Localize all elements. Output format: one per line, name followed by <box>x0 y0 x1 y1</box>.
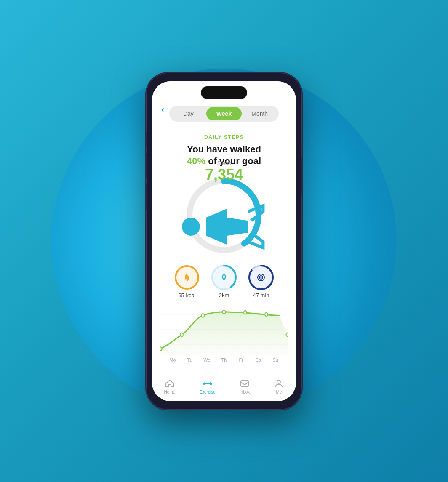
ring-steps-value: 7,354 <box>182 167 266 182</box>
svg-point-19 <box>265 312 268 316</box>
nav-me-label: Me <box>276 390 282 394</box>
tab-month[interactable]: Month <box>242 107 277 120</box>
tab-week[interactable]: Week <box>206 107 242 120</box>
time-icon-ring <box>249 265 273 290</box>
time-label: 47 min <box>253 292 269 298</box>
phone-screen: ‹ Day Week Month DAILY STEPS You have wa… <box>152 81 296 401</box>
svg-point-16 <box>201 314 204 317</box>
distance-icon-ring <box>212 265 236 290</box>
chart-day-we: We <box>200 357 213 362</box>
walk-icon <box>182 184 266 271</box>
ring-steps-label: Steps <box>182 160 266 166</box>
chart-day-su: Su <box>269 357 282 362</box>
nav-home[interactable]: Home <box>164 378 176 394</box>
inbox-icon <box>240 378 250 389</box>
daily-steps-label: DAILY STEPS <box>204 134 244 140</box>
chart-day-th: Th <box>218 357 230 362</box>
side-button-vol-up <box>145 153 147 178</box>
phone-frame: ‹ Day Week Month DAILY STEPS You have wa… <box>146 73 302 410</box>
phone-device: ‹ Day Week Month DAILY STEPS You have wa… <box>146 73 302 410</box>
tab-selector: Day Week Month <box>169 106 279 122</box>
back-button[interactable]: ‹ <box>161 104 164 115</box>
svg-point-27 <box>277 380 280 383</box>
stat-calories: 65 kcal <box>175 265 199 298</box>
svg-point-20 <box>286 333 288 336</box>
nav-exercise-label: Exercise <box>199 390 215 394</box>
distance-label: 2km <box>219 292 229 298</box>
chart-day-mo: Mo <box>166 357 179 362</box>
tab-day[interactable]: Day <box>171 107 206 120</box>
nav-inbox[interactable]: Inbox <box>240 378 250 394</box>
screen-content: DAILY STEPS You have walked 40% of your … <box>152 127 296 374</box>
chart-svg <box>160 304 288 355</box>
side-button-power <box>301 157 303 195</box>
svg-point-15 <box>180 333 183 336</box>
profile-icon <box>274 378 284 389</box>
nav-home-label: Home <box>164 390 176 394</box>
dynamic-island <box>201 86 247 99</box>
calories-label: 65 kcal <box>178 292 195 298</box>
svg-rect-23 <box>210 382 211 385</box>
activity-chart: Mo Tu We Th Fr Sa Su <box>160 304 288 374</box>
stat-time: 47 min <box>249 265 273 298</box>
bottom-nav: Home Exercise <box>152 374 296 401</box>
flame-icon <box>181 272 192 283</box>
svg-point-10 <box>261 277 262 278</box>
side-button-vol-down <box>145 184 147 210</box>
svg-rect-21 <box>205 383 210 384</box>
nav-inbox-label: Inbox <box>240 390 250 394</box>
svg-point-14 <box>160 347 162 350</box>
ring-center: Steps 7,354 <box>182 160 266 271</box>
stats-row: 65 kcal <box>175 265 273 298</box>
headline-part1: You have walked <box>187 144 261 154</box>
target-icon <box>256 273 266 282</box>
svg-point-2 <box>182 218 200 236</box>
exercise-icon <box>203 378 213 389</box>
chart-day-tu: Tu <box>184 357 196 362</box>
svg-rect-22 <box>204 382 205 385</box>
home-icon <box>165 378 175 389</box>
chart-day-sa: Sa <box>252 357 264 362</box>
steps-ring-chart: Steps 7,354 <box>182 173 266 258</box>
svg-rect-25 <box>211 383 212 385</box>
stat-distance: 2km <box>212 265 236 298</box>
location-icon <box>219 273 229 282</box>
svg-rect-24 <box>203 383 204 385</box>
nav-exercise[interactable]: Exercise <box>199 378 215 394</box>
svg-point-17 <box>222 310 225 313</box>
nav-me[interactable]: Me <box>274 378 284 394</box>
calories-icon-ring <box>175 265 199 290</box>
chart-day-fr: Fr <box>235 357 248 362</box>
side-button-silent <box>145 132 147 147</box>
chart-days: Mo Tu We Th Fr Sa Su <box>160 357 288 362</box>
svg-point-18 <box>244 311 247 314</box>
